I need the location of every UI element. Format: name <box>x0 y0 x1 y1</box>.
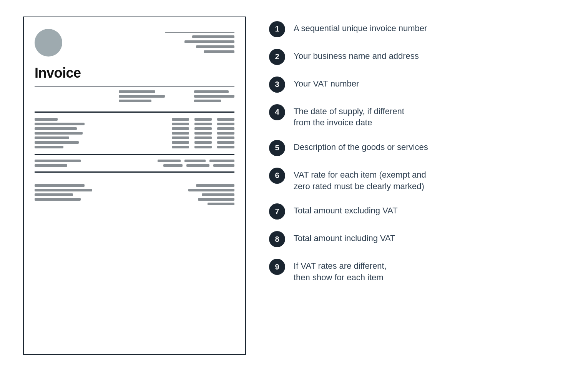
invoice-subtotal <box>35 160 234 167</box>
table-right-col-1b <box>194 118 212 148</box>
checklist-item-9: 9If VAT rates are different, then show f… <box>269 258 565 283</box>
checklist-text-6: VAT rate for each item (exempt and zero … <box>294 167 426 192</box>
table-right-col-1a <box>172 118 189 148</box>
num-badge-5: 5 <box>269 140 285 156</box>
checklist-text-7: Total amount excluding VAT <box>294 203 398 216</box>
num-badge-6: 6 <box>269 168 285 184</box>
checklist-text-1: A sequential unique invoice number <box>294 20 427 34</box>
num-badge-1: 1 <box>269 21 285 37</box>
invoice-divider-3 <box>35 154 234 155</box>
checklist-item-8: 8Total amount including VAT <box>269 230 565 247</box>
invoice-header-right <box>165 32 234 53</box>
invoice-table-section <box>35 118 234 151</box>
checklist-item-6: 6VAT rate for each item (exempt and zero… <box>269 167 565 192</box>
checklist-text-3: Your VAT number <box>294 76 359 90</box>
checklist-item-3: 3Your VAT number <box>269 76 565 93</box>
num-badge-8: 8 <box>269 231 285 247</box>
table-left-1 <box>35 118 85 148</box>
table-right-col-1c <box>217 118 234 148</box>
num-badge-7: 7 <box>269 203 285 220</box>
invoice-title: Invoice <box>35 65 234 81</box>
header-line-4 <box>196 45 234 48</box>
invoice-logo <box>35 29 62 57</box>
subtotal-right <box>158 160 234 167</box>
checklist-item-4: 4The date of supply, if different from t… <box>269 103 565 128</box>
table-row-1 <box>35 118 234 148</box>
num-badge-3: 3 <box>269 77 285 93</box>
checklist-item-1: 1A sequential unique invoice number <box>269 20 565 37</box>
checklist-text-9: If VAT rates are different, then show fo… <box>294 258 387 283</box>
subtotal-left <box>35 160 81 167</box>
main-container: Invoice <box>0 1 588 370</box>
bottom-right <box>188 184 234 205</box>
bottom-left <box>35 184 92 201</box>
checklist-text-8: Total amount including VAT <box>294 230 395 244</box>
table-right-group-1 <box>172 118 234 148</box>
invoice-mockup: Invoice <box>23 17 246 355</box>
header-line-3 <box>184 40 234 43</box>
header-line-2 <box>192 35 234 38</box>
invoice-address-col1 <box>119 90 165 102</box>
invoice-divider-2 <box>35 111 234 113</box>
num-badge-9: 9 <box>269 259 285 275</box>
invoice-divider-1 <box>35 87 234 88</box>
checklist-text-5: Description of the goods or services <box>294 139 428 153</box>
invoice-address-row <box>35 90 234 102</box>
num-badge-4: 4 <box>269 104 285 120</box>
invoice-divider-4 <box>35 171 234 173</box>
header-line-1 <box>165 32 234 33</box>
checklist-text-4: The date of supply, if different from th… <box>294 103 404 128</box>
checklist-item-5: 5Description of the goods or services <box>269 139 565 156</box>
num-badge-2: 2 <box>269 49 285 65</box>
checklist: 1A sequential unique invoice number2Your… <box>269 17 565 283</box>
checklist-item-2: 2Your business name and address <box>269 48 565 65</box>
header-line-5 <box>204 50 234 53</box>
checklist-text-2: Your business name and address <box>294 48 419 62</box>
invoice-bottom <box>35 184 234 205</box>
invoice-header <box>35 29 234 57</box>
invoice-address-col2 <box>194 90 234 102</box>
checklist-item-7: 7Total amount excluding VAT <box>269 203 565 220</box>
